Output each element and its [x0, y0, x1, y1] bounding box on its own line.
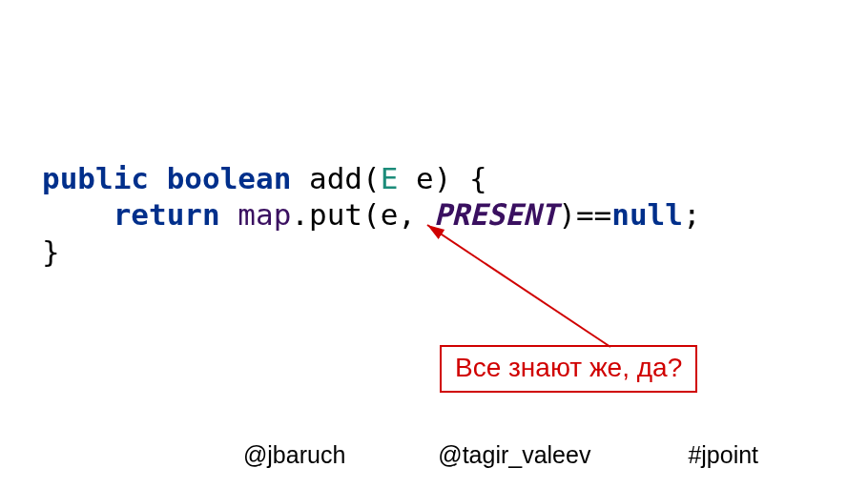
open-paren: ( — [362, 161, 381, 195]
keyword-return: return — [114, 197, 220, 232]
code-block: public boolean add(E e) { return map.put… — [42, 160, 701, 270]
indent — [42, 197, 114, 232]
param-name: e — [416, 161, 434, 195]
callout-text: Все знают же, да? — [455, 353, 682, 382]
call-put: .put(e, — [291, 197, 433, 232]
handle-jbaruch: @jbaruch — [243, 441, 345, 469]
method-name: add — [309, 161, 362, 195]
keyword-public: public — [42, 161, 149, 195]
const-present: PRESENT — [434, 197, 559, 232]
semicolon: ; — [683, 197, 701, 232]
footer: @jbaruch @tagir_valeev #jpoint — [0, 441, 868, 469]
space — [149, 161, 167, 195]
callout-box: Все знают же, да? — [440, 345, 697, 393]
space — [398, 161, 416, 195]
hashtag-jpoint: #jpoint — [688, 441, 758, 469]
field-map: map — [238, 197, 291, 232]
type-param: E — [381, 161, 399, 195]
handle-tagir: @tagir_valeev — [438, 441, 590, 469]
slide: public boolean add(E e) { return map.put… — [0, 0, 868, 488]
keyword-null: null — [611, 197, 683, 232]
keyword-boolean: boolean — [167, 161, 292, 195]
space — [220, 197, 238, 232]
close-brace: } — [42, 234, 60, 269]
space — [291, 161, 309, 195]
close-sig: ) { — [434, 161, 487, 195]
after-present: )== — [558, 197, 611, 232]
